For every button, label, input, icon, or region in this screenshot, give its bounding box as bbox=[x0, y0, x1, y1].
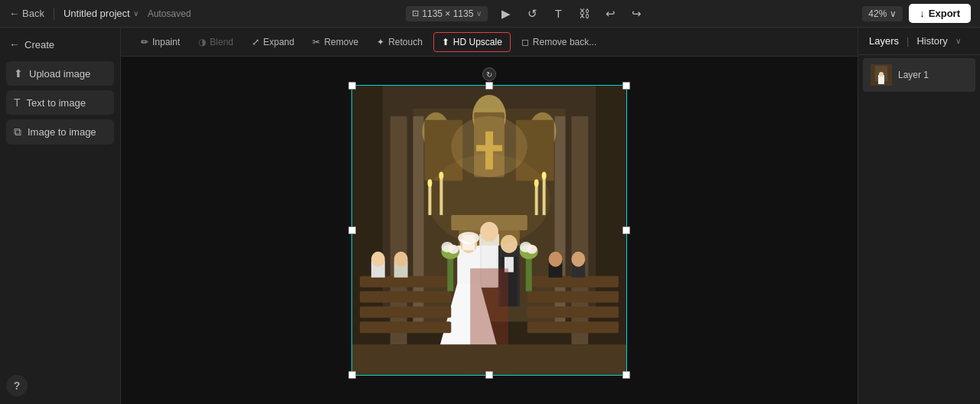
svg-point-53 bbox=[571, 252, 585, 267]
image-to-image-icon: ⧉ bbox=[14, 125, 21, 138]
text-to-image-label: Text to image bbox=[27, 97, 86, 109]
svg-rect-39 bbox=[360, 292, 451, 303]
remove-background-label: Remove back... bbox=[533, 37, 596, 47]
svg-rect-43 bbox=[528, 292, 619, 303]
svg-point-61 bbox=[527, 245, 537, 254]
canvas-area: ✏ Inpaint ◑ Blend ⤢ Expand ✂ Remove ✦ Re… bbox=[121, 28, 858, 404]
svg-point-49 bbox=[394, 252, 408, 267]
blend-button[interactable]: ◑ Blend bbox=[191, 33, 241, 51]
redo-tool-button[interactable]: ↪ bbox=[626, 3, 647, 24]
rotate-handle[interactable]: ↻ bbox=[482, 67, 496, 81]
layer-thumbnail bbox=[871, 64, 892, 86]
topbar: ← Back Untitled project ∨ Autosaved ⊡ 11… bbox=[0, 0, 980, 28]
tab-layers[interactable]: Layers bbox=[866, 34, 902, 48]
export-button[interactable]: ↓ Export bbox=[909, 4, 971, 23]
create-header: ← Create bbox=[6, 35, 114, 57]
dimension-chevron-icon: ∨ bbox=[476, 9, 482, 18]
svg-point-65 bbox=[451, 116, 527, 178]
upload-image-button[interactable]: ⬆ Upload image bbox=[6, 61, 114, 86]
remove-background-icon: ◻ bbox=[521, 37, 529, 47]
expand-button[interactable]: ⤢ Expand bbox=[244, 33, 302, 51]
right-sidebar: Layers | History ∨ Layer 1 bbox=[858, 28, 980, 404]
upload-image-label: Upload image bbox=[29, 68, 90, 80]
svg-rect-40 bbox=[360, 306, 451, 318]
project-title[interactable]: Untitled project ∨ bbox=[64, 8, 139, 19]
svg-rect-38 bbox=[360, 276, 451, 288]
sidebar-bottom: ? bbox=[6, 369, 114, 396]
topbar-right: 42% ∨ ↓ Export bbox=[862, 4, 971, 23]
remove-label: Remove bbox=[324, 37, 358, 47]
image-to-image-button[interactable]: ⧉ Image to image bbox=[6, 119, 114, 145]
export-icon: ↓ bbox=[920, 8, 925, 19]
inpaint-button[interactable]: ✏ Inpaint bbox=[133, 33, 188, 51]
link-tool-button[interactable]: ⛓ bbox=[573, 3, 595, 24]
topbar-center: ⊡ 1135 × 1135 ∨ ▶ ↺ T ⛓ ↩ ↪ bbox=[197, 3, 856, 24]
text-to-image-icon: T bbox=[14, 96, 21, 109]
layer-item[interactable]: Layer 1 bbox=[863, 58, 975, 92]
svg-rect-42 bbox=[528, 276, 619, 288]
svg-point-47 bbox=[371, 252, 385, 267]
create-back-arrow-icon: ← bbox=[9, 38, 20, 50]
upload-icon: ⬆ bbox=[14, 67, 23, 80]
remove-icon: ✂ bbox=[312, 37, 320, 47]
topbar-tools: ▶ ↺ T ⛓ ↩ ↪ bbox=[495, 3, 647, 24]
remove-button[interactable]: ✂ Remove bbox=[305, 33, 366, 51]
create-label: Create bbox=[24, 39, 54, 50]
help-icon: ? bbox=[14, 380, 21, 392]
svg-rect-63 bbox=[352, 344, 626, 375]
project-title-chevron-icon: ∨ bbox=[133, 9, 139, 18]
canvas-content[interactable]: ↻ bbox=[121, 57, 858, 404]
inpaint-label: Inpaint bbox=[152, 37, 180, 47]
expand-icon: ⤢ bbox=[252, 37, 260, 47]
retouch-button[interactable]: ✦ Retouch bbox=[369, 33, 430, 51]
back-button[interactable]: ← Back bbox=[9, 8, 44, 19]
history-chevron-icon: ∨ bbox=[956, 37, 961, 45]
blend-icon: ◑ bbox=[198, 37, 206, 47]
hd-upscale-icon: ⬆ bbox=[442, 37, 449, 47]
right-sidebar-header: Layers | History ∨ bbox=[858, 28, 980, 55]
zoom-badge[interactable]: 42% ∨ bbox=[862, 6, 903, 21]
tab-history[interactable]: History bbox=[913, 34, 950, 48]
remove-background-button[interactable]: ◻ Remove back... bbox=[514, 33, 604, 51]
inpaint-icon: ✏ bbox=[141, 37, 149, 47]
retouch-icon: ✦ bbox=[377, 37, 384, 47]
layer-name: Layer 1 bbox=[898, 70, 929, 80]
hd-upscale-button[interactable]: ⬆ HD Upscale bbox=[433, 32, 511, 52]
main-layout: ← Create ⬆ Upload image T Text to image … bbox=[0, 28, 980, 404]
refresh-tool-button[interactable]: ↺ bbox=[521, 3, 543, 24]
blend-label: Blend bbox=[210, 37, 234, 47]
dimension-icon: ⊡ bbox=[412, 8, 419, 18]
svg-rect-44 bbox=[528, 306, 619, 318]
svg-point-51 bbox=[549, 252, 563, 267]
help-button[interactable]: ? bbox=[6, 375, 28, 396]
undo-tool-button[interactable]: ↩ bbox=[599, 3, 621, 24]
dimension-text: 1135 × 1135 bbox=[422, 8, 473, 19]
play-tool-button[interactable]: ▶ bbox=[495, 3, 517, 24]
back-arrow-icon: ← bbox=[9, 8, 19, 19]
autosaved-status: Autosaved bbox=[148, 8, 191, 19]
svg-rect-45 bbox=[528, 321, 619, 333]
zoom-level: 42% bbox=[868, 8, 887, 19]
expand-label: Expand bbox=[263, 37, 295, 47]
canvas-image-wrapper[interactable]: ↻ bbox=[351, 85, 627, 376]
text-tool-button[interactable]: T bbox=[547, 3, 569, 24]
svg-point-69 bbox=[879, 72, 884, 77]
image-to-image-label: Image to image bbox=[28, 126, 96, 138]
text-to-image-button[interactable]: T Text to image bbox=[6, 90, 114, 115]
zoom-chevron-icon: ∨ bbox=[890, 8, 897, 19]
back-label: Back bbox=[22, 8, 44, 19]
tab-divider: | bbox=[906, 35, 909, 47]
canvas-image bbox=[351, 85, 627, 376]
retouch-label: Retouch bbox=[388, 37, 423, 47]
left-sidebar: ← Create ⬆ Upload image T Text to image … bbox=[0, 28, 121, 404]
svg-point-57 bbox=[448, 245, 459, 254]
hd-upscale-label: HD Upscale bbox=[453, 37, 502, 47]
svg-rect-41 bbox=[360, 321, 451, 333]
dimension-badge[interactable]: ⊡ 1135 × 1135 ∨ bbox=[406, 6, 488, 21]
canvas-toolbar: ✏ Inpaint ◑ Blend ⤢ Expand ✂ Remove ✦ Re… bbox=[121, 28, 858, 57]
project-title-text: Untitled project bbox=[64, 8, 130, 19]
topbar-divider bbox=[54, 8, 54, 20]
export-label: Export bbox=[929, 8, 960, 19]
